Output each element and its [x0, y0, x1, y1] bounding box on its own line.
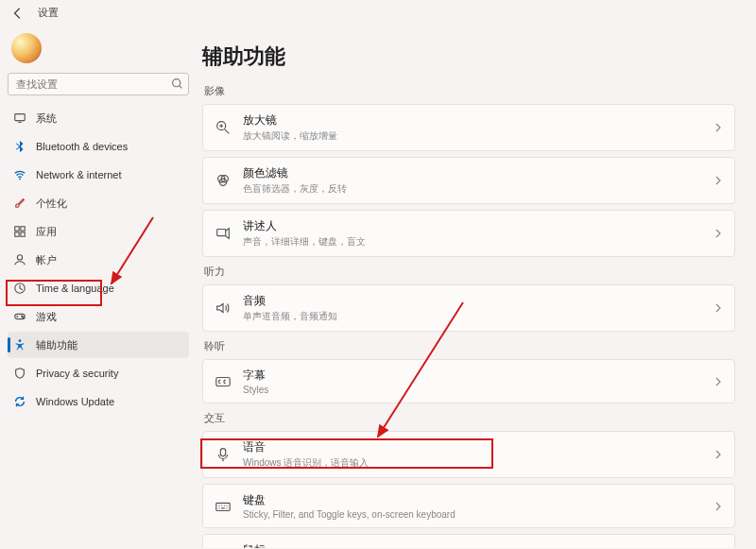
- card-sub: 色盲筛选器，灰度，反转: [243, 182, 347, 196]
- color-filter-icon: [215, 172, 232, 189]
- svg-rect-5: [15, 232, 19, 236]
- apps-icon: [13, 225, 26, 238]
- card-mouse[interactable]: 鼠标 Mouse keys, speed, acceleration: [202, 534, 735, 548]
- nav-label: 应用: [36, 225, 57, 239]
- brush-icon: [13, 197, 26, 210]
- sidebar: 系统 Bluetooth & devices Network & interne…: [0, 26, 197, 548]
- section-hearing: 听力: [204, 265, 735, 279]
- card-captions[interactable]: 字幕 Styles: [202, 359, 735, 403]
- shield-icon: [13, 367, 26, 380]
- section-interact: 交互: [204, 411, 735, 425]
- nav-bluetooth[interactable]: Bluetooth & devices: [8, 133, 189, 160]
- svg-rect-20: [216, 503, 230, 510]
- nav-gaming[interactable]: 游戏: [8, 303, 189, 330]
- search-input[interactable]: [8, 73, 189, 95]
- card-title: 放大镜: [243, 112, 337, 129]
- svg-point-10: [22, 316, 23, 317]
- card-title: 语音: [243, 439, 369, 455]
- search-box[interactable]: [8, 73, 189, 95]
- card-sub: Windows 语音识别，语音输入: [243, 456, 369, 470]
- nav-label: Windows Update: [36, 396, 114, 407]
- nav-windows-update[interactable]: Windows Update: [8, 388, 189, 415]
- svg-point-0: [173, 79, 180, 87]
- audio-icon: [215, 300, 232, 317]
- svg-rect-6: [21, 232, 25, 236]
- nav-label: Time & language: [36, 283, 114, 294]
- nav-time-language[interactable]: Time & language: [8, 275, 189, 301]
- card-sub: 单声道音频，音频通知: [243, 310, 337, 323]
- card-title: 鼠标: [243, 542, 381, 548]
- nav-apps[interactable]: 应用: [8, 218, 189, 245]
- narrator-icon: [215, 225, 232, 242]
- section-vision: 影像: [204, 84, 735, 98]
- nav-label: 游戏: [36, 310, 57, 324]
- card-sub: 放大镜阅读，缩放增量: [243, 129, 337, 143]
- svg-point-11: [23, 317, 24, 317]
- nav-label: 帐户: [36, 253, 57, 267]
- card-audio[interactable]: 音频 单声道音频，音频通知: [202, 284, 735, 332]
- nav-label: Privacy & security: [36, 368, 118, 379]
- mouse-icon: [215, 548, 232, 549]
- card-narrator[interactable]: 讲述人 声音，详细详细，键盘，盲文: [202, 210, 735, 257]
- nav-system[interactable]: 系统: [8, 105, 189, 131]
- chevron-right-icon: [713, 225, 723, 242]
- main-content: 辅助功能 影像 放大镜 放大镜阅读，缩放增量 颜色滤镜 色盲筛选器，灰度，反转 …: [197, 26, 756, 548]
- chevron-right-icon: [713, 119, 723, 136]
- window-title: 设置: [38, 6, 59, 20]
- chevron-right-icon: [713, 498, 723, 515]
- nav-personalization[interactable]: 个性化: [8, 190, 189, 216]
- nav-network[interactable]: Network & internet: [8, 162, 189, 188]
- svg-point-12: [19, 339, 22, 342]
- page-title: 辅助功能: [202, 43, 735, 71]
- chevron-right-icon: [713, 548, 723, 549]
- card-sub: Styles: [243, 385, 268, 395]
- nav-accounts[interactable]: 帐户: [8, 247, 189, 273]
- svg-rect-19: [220, 449, 225, 456]
- nav-privacy[interactable]: Privacy & security: [8, 360, 189, 386]
- svg-point-2: [19, 179, 21, 180]
- magnifier-icon: [215, 119, 232, 136]
- accessibility-icon: [13, 338, 26, 352]
- svg-rect-3: [15, 227, 19, 231]
- nav-label: 个性化: [36, 197, 67, 211]
- nav-label: Network & internet: [36, 169, 121, 180]
- chevron-right-icon: [713, 300, 723, 317]
- svg-rect-1: [15, 114, 26, 121]
- card-title: 音频: [243, 293, 337, 309]
- svg-point-7: [17, 255, 22, 260]
- update-icon: [13, 395, 26, 408]
- system-icon: [13, 112, 26, 125]
- clock-icon: [13, 282, 26, 295]
- card-title: 颜色滤镜: [243, 165, 347, 181]
- card-title: 讲述人: [243, 218, 366, 234]
- card-sub: 声音，详细详细，键盘，盲文: [243, 235, 366, 249]
- card-keyboard[interactable]: 键盘 Sticky, Filter, and Toggle keys, on-s…: [202, 484, 735, 528]
- avatar[interactable]: [11, 33, 42, 63]
- chevron-right-icon: [713, 373, 723, 390]
- nav-accessibility[interactable]: 辅助功能: [8, 332, 189, 358]
- chevron-right-icon: [713, 446, 723, 463]
- card-sub: Sticky, Filter, and Toggle keys, on-scre…: [243, 509, 455, 520]
- card-title: 键盘: [243, 492, 455, 508]
- captions-icon: [215, 373, 232, 390]
- back-button[interactable]: [11, 7, 25, 20]
- svg-rect-4: [21, 227, 25, 231]
- gamepad-icon: [13, 310, 26, 323]
- nav-label: 系统: [36, 112, 57, 126]
- svg-rect-17: [217, 230, 226, 236]
- bluetooth-icon: [13, 140, 26, 153]
- mic-icon: [215, 446, 232, 463]
- person-icon: [13, 253, 26, 266]
- card-speech[interactable]: 语音 Windows 语音识别，语音输入: [202, 431, 735, 478]
- card-color-filters[interactable]: 颜色滤镜 色盲筛选器，灰度，反转: [202, 157, 735, 204]
- section-deaf: 聆听: [204, 339, 735, 353]
- nav-label: Bluetooth & devices: [36, 141, 128, 152]
- card-title: 字幕: [243, 368, 268, 384]
- keyboard-icon: [215, 498, 232, 515]
- card-magnifier[interactable]: 放大镜 放大镜阅读，缩放增量: [202, 104, 735, 151]
- search-icon: [171, 77, 183, 94]
- chevron-right-icon: [713, 172, 723, 189]
- wifi-icon: [13, 168, 26, 181]
- nav-label: 辅助功能: [36, 338, 77, 352]
